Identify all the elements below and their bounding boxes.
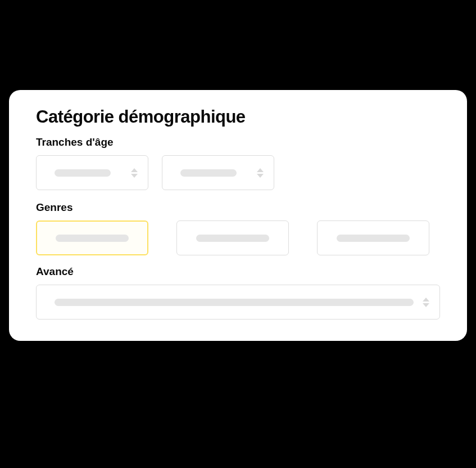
age-range-select-1[interactable] [36,155,148,190]
age-row [36,155,440,190]
advanced-select[interactable] [36,285,440,320]
placeholder-skeleton [55,169,111,177]
advanced-section-label: Avancé [36,266,440,278]
placeholder-skeleton [337,235,410,242]
genre-option-3[interactable] [317,220,429,255]
chevron-up-icon [131,168,138,172]
demographic-category-card: Catégorie démographique Tranches d'âge G… [9,90,467,341]
placeholder-skeleton [56,235,129,242]
card-title: Catégorie démographique [36,107,440,127]
age-section-label: Tranches d'âge [36,136,440,148]
stepper-icon [131,168,138,178]
chevron-down-icon [423,303,429,307]
stepper-icon [257,168,264,178]
genre-option-1[interactable] [36,220,148,255]
stepper-icon [423,298,429,307]
chevron-down-icon [131,174,138,178]
chevron-up-icon [257,168,264,172]
placeholder-skeleton [180,169,237,177]
placeholder-skeleton [55,299,414,306]
chevron-down-icon [257,174,264,178]
age-range-select-2[interactable] [162,155,274,190]
genre-option-2[interactable] [176,220,289,255]
chevron-up-icon [423,298,429,302]
genres-row [36,220,440,255]
genres-section-label: Genres [36,201,440,214]
placeholder-skeleton [196,235,269,242]
